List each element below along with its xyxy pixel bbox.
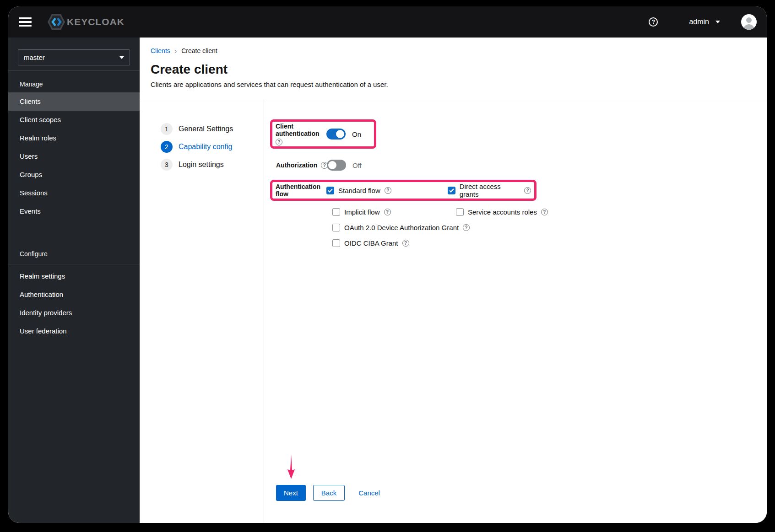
authentication-flow-options: Implicit flow?Service accounts roles?OAu… (332, 208, 767, 247)
wizard-footer: Next Back Cancel (270, 485, 767, 501)
keycloak-admin-window: KEYCLOAK ? admin master ManageClientsCli… (8, 6, 767, 523)
checkbox-label: OAuth 2.0 Device Authorization Grant (344, 224, 459, 231)
authentication-flow-label: Authentication flow (276, 183, 326, 198)
sidebar-item-groups[interactable]: Groups (8, 166, 140, 184)
step-label: General Settings (179, 125, 233, 133)
checkbox-label: Service accounts roles (468, 208, 537, 216)
page-header: Clients › Create client Create client Cl… (140, 38, 767, 99)
step-label: Login settings (179, 161, 224, 169)
sidebar-item-clients[interactable]: Clients (8, 92, 140, 111)
nav-heading-configure: Configure (8, 241, 140, 264)
sidebar-item-events[interactable]: Events (8, 202, 140, 220)
sidebar-item-users[interactable]: Users (8, 147, 140, 166)
checkbox-label: Implicit flow (344, 208, 380, 216)
help-icon[interactable]: ? (384, 209, 391, 215)
checkbox-label: OIDC CIBA Grant (344, 239, 398, 247)
sidebar-item-identity-providers[interactable]: Identity providers (8, 304, 140, 322)
checkbox-label: Direct access grants (460, 183, 520, 198)
checkbox-unchecked-icon (332, 224, 340, 231)
help-icon[interactable]: ? (385, 187, 391, 194)
wizard: 1General Settings2Capability config3Logi… (140, 99, 767, 523)
chevron-down-icon (119, 56, 124, 59)
avatar[interactable] (741, 14, 757, 30)
sidebar-item-authentication[interactable]: Authentication (8, 285, 140, 304)
client-authentication-toggle[interactable] (326, 129, 346, 140)
keycloak-logo: KEYCLOAK (47, 13, 125, 31)
checkbox-oauth-2-0-device-authorization-grant[interactable]: OAuth 2.0 Device Authorization Grant? (332, 224, 767, 231)
sidebar-item-client-scopes[interactable]: Client scopes (8, 111, 140, 129)
step-number: 3 (161, 159, 173, 171)
authentication-flow-highlight-box: Authentication flow Standard flow?Direct… (270, 180, 537, 201)
sidebar: master ManageClientsClient scopesRealm r… (8, 38, 140, 523)
next-button[interactable]: Next (276, 485, 306, 501)
breadcrumb-current: Create client (181, 47, 217, 54)
page-title: Create client (151, 62, 756, 77)
hamburger-menu-icon[interactable] (15, 13, 36, 31)
client-authentication-highlight-box: Client authentication ? On (270, 119, 376, 149)
capability-config-form: Client authentication ? On Authorization… (264, 99, 767, 523)
user-menu[interactable]: admin (689, 18, 720, 26)
help-icon[interactable]: ? (402, 240, 409, 247)
wizard-nav: 1General Settings2Capability config3Logi… (140, 99, 264, 523)
checkbox-oidc-ciba-grant[interactable]: OIDC CIBA Grant? (332, 239, 767, 247)
user-name: admin (689, 18, 709, 26)
checkbox-unchecked-icon (456, 208, 464, 216)
highlight-arrow-icon (287, 454, 295, 479)
nav-heading-manage: Manage (8, 71, 140, 92)
authorization-row: Authorization ? Off (270, 156, 767, 174)
sidebar-item-sessions[interactable]: Sessions (8, 184, 140, 202)
client-authentication-state: On (352, 130, 361, 138)
back-button[interactable]: Back (313, 485, 345, 501)
help-icon[interactable]: ? (276, 139, 282, 145)
step-number: 2 (161, 141, 173, 153)
breadcrumb: Clients › Create client (151, 47, 756, 54)
checkbox-unchecked-icon (332, 208, 340, 216)
keycloak-logo-icon (47, 13, 66, 31)
sidebar-item-realm-roles[interactable]: Realm roles (8, 129, 140, 147)
step-number: 1 (161, 123, 173, 135)
checkbox-service-accounts-roles[interactable]: Service accounts roles? (456, 208, 767, 216)
cancel-button[interactable]: Cancel (352, 485, 386, 501)
authorization-toggle[interactable] (327, 160, 346, 171)
person-icon (741, 14, 757, 30)
breadcrumb-clients-link[interactable]: Clients (151, 47, 170, 54)
wizard-step-general-settings[interactable]: 1General Settings (161, 123, 264, 135)
wizard-step-login-settings[interactable]: 3Login settings (161, 159, 264, 171)
checkbox-standard-flow[interactable]: Standard flow? (326, 187, 448, 194)
authorization-state: Off (352, 161, 362, 169)
brand-text: KEYCLOAK (67, 16, 125, 27)
realm-select[interactable]: master (18, 49, 130, 65)
help-icon[interactable]: ? (524, 187, 531, 194)
page-subtitle: Clients are applications and services th… (151, 81, 756, 88)
checkbox-checked-icon (448, 187, 455, 194)
authorization-label: Authorization (276, 161, 317, 169)
help-icon[interactable]: ? (463, 224, 470, 231)
checkbox-label: Standard flow (338, 187, 380, 194)
checkbox-checked-icon (326, 187, 334, 194)
chevron-down-icon (715, 21, 720, 23)
checkbox-implicit-flow[interactable]: Implicit flow? (332, 208, 456, 216)
nav-section-configure: ConfigureRealm settingsAuthenticationIde… (8, 241, 140, 340)
help-icon[interactable]: ? (541, 209, 548, 215)
wizard-step-capability-config[interactable]: 2Capability config (161, 141, 264, 153)
breadcrumb-separator-icon: › (175, 48, 177, 54)
sidebar-item-realm-settings[interactable]: Realm settings (8, 267, 140, 285)
top-bar: KEYCLOAK ? admin (8, 6, 767, 38)
nav-section-manage: ManageClientsClient scopesRealm rolesUse… (8, 71, 140, 220)
client-authentication-label: Client authentication (276, 123, 326, 137)
step-label: Capability config (179, 143, 232, 151)
realm-name: master (24, 54, 45, 61)
checkbox-unchecked-icon (332, 239, 340, 247)
main-content: Clients › Create client Create client Cl… (140, 38, 767, 523)
checkbox-direct-access-grants[interactable]: Direct access grants? (448, 183, 531, 198)
help-icon[interactable]: ? (649, 17, 658, 27)
sidebar-item-user-federation[interactable]: User federation (8, 322, 140, 340)
